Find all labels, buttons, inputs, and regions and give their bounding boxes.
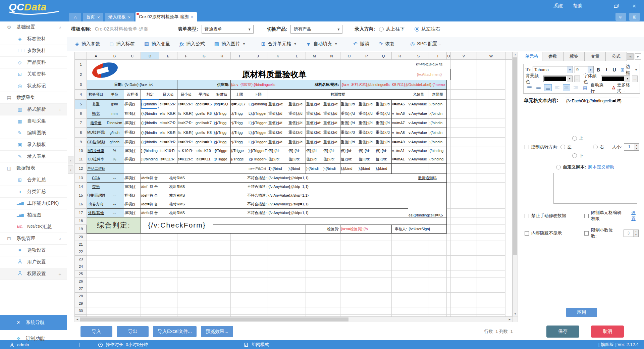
row-header-25[interactable]: 25: [75, 270, 87, 278]
grid-cell[interactable]: [159, 233, 177, 241]
grid-cell[interactable]: 平均值: [195, 89, 213, 99]
grid-cell[interactable]: --: [105, 182, 124, 191]
grid-cell[interactable]: [231, 292, 248, 300]
row-header-21[interactable]: 21: [75, 241, 87, 248]
grid-cell[interactable]: ;{/bindin: [429, 109, 447, 118]
horizontal-scroll-thumb[interactable]: [80, 317, 348, 321]
grid-cell[interactable]: [447, 285, 451, 292]
grid-cell[interactable]: [306, 263, 323, 270]
grid-cell[interactable]: 值};{/d:: [306, 147, 323, 155]
grid-cell[interactable]: [451, 233, 477, 241]
grid-cell[interactable]: 不符合描述:: [195, 173, 268, 182]
border-button[interactable]: ⊞ 边框 ▼: [621, 64, 638, 76]
grid-cell[interactable]: 择项};{: [124, 155, 141, 163]
toolbar-button-redo[interactable]: ↷恢复: [379, 41, 395, 47]
sidebar-item-entry-template[interactable]: ▣录入模板: [0, 139, 67, 151]
grid-cell[interactable]: ells=K5:R: [159, 99, 177, 109]
grid-cell[interactable]: [323, 270, 340, 278]
grid-cell[interactable]: [323, 233, 340, 241]
grid-cell[interactable]: [105, 248, 124, 255]
font-color-select[interactable]: ▼: [601, 76, 630, 82]
grid-cell[interactable]: [408, 285, 429, 292]
grid-cell[interactable]: 重值};{/d: [340, 128, 358, 137]
grid-cell[interactable]: [477, 80, 505, 89]
limit-edit-settings-link[interactable]: 设置: [631, 210, 639, 222]
grid-cell[interactable]: [505, 263, 512, 270]
column-header-A[interactable]: A: [87, 52, 105, 60]
grid-cell[interactable]: [87, 255, 105, 263]
font-size-select[interactable]: 9 ▼: [575, 66, 594, 73]
grid-cell[interactable]: 择项};{: [124, 99, 141, 109]
grid-cell[interactable]: 不符合描述:: [195, 208, 268, 217]
column-header-P[interactable]: P: [358, 52, 375, 60]
grid-cell[interactable]: [447, 217, 451, 225]
grid-cell[interactable]: [288, 285, 306, 292]
column-header-M[interactable]: M: [306, 52, 323, 60]
grid-cell[interactable]: [213, 241, 231, 248]
sidebar-item-tag[interactable]: ◈标签资料: [0, 33, 67, 45]
grid-cell[interactable]: 重值};{/d: [288, 137, 306, 147]
plus-icon[interactable]: +: [58, 271, 61, 277]
grid-cell[interactable]: [505, 147, 512, 155]
grid-cell[interactable]: [124, 241, 141, 248]
grid-cell[interactable]: [447, 292, 451, 300]
tab-list-button[interactable]: ⊞: [629, 13, 640, 21]
column-header-E[interactable]: E: [159, 52, 177, 60]
grid-cell[interactable]: [340, 233, 358, 241]
grid-cell[interactable]: gcells=K9: [195, 137, 213, 147]
grid-cell[interactable]: v=/mA6: [392, 109, 408, 118]
toolbar-button-spc-config[interactable]: ◎SPC 配置...: [410, 41, 441, 47]
grid-cell[interactable]: [447, 263, 451, 270]
grid-cell[interactable]: 值};{/d:: [323, 147, 340, 155]
company-logo-cell[interactable]: [87, 60, 141, 80]
column-header-L[interactable]: L: [288, 52, 306, 60]
row-header-7[interactable]: 7: [75, 118, 87, 128]
row-header-19[interactable]: 19: [75, 225, 87, 233]
sidebar-item-auto-collect[interactable]: ▦自动采集: [0, 115, 67, 127]
grid-cell[interactable]: [477, 307, 505, 314]
grid-cell[interactable]: {/Trigge: [231, 155, 248, 163]
grid-cell[interactable]: {/v:AnyValue};{/skip=1,1}: [268, 208, 408, 217]
grid-cell[interactable]: 择项};{: [124, 182, 141, 191]
toolbar-button-insert-formula[interactable]: fx插入公式: [179, 41, 205, 47]
grid-cell[interactable]: [477, 137, 505, 147]
grid-cell[interactable]: [87, 300, 105, 307]
grid-cell[interactable]: [159, 241, 177, 248]
grid-cell[interactable]: :ells=K10: [195, 147, 213, 155]
row-header-9[interactable]: 9: [75, 137, 87, 147]
grid-cell[interactable]: [340, 278, 358, 285]
row-header-17[interactable]: 17: [75, 208, 87, 217]
grid-cell[interactable]: [159, 263, 177, 270]
grid-cell[interactable]: [159, 307, 177, 314]
row-header-16[interactable]: 16: [75, 200, 87, 208]
wrap-icon-button[interactable]: ▤: [581, 84, 589, 91]
grid-cell[interactable]: [375, 314, 392, 317]
grid-cell[interactable]: 重值};{/d: [375, 118, 392, 128]
grid-cell[interactable]: [447, 137, 451, 147]
minimize-icon[interactable]: —: [592, 3, 601, 9]
grid-cell[interactable]: [477, 208, 505, 217]
grid-cell[interactable]: 择项};{: [124, 208, 141, 217]
grid-cell[interactable]: :{/Trigg: [231, 128, 248, 137]
grid-cell[interactable]: [392, 241, 408, 248]
grid-cell[interactable]: [408, 241, 429, 248]
grid-cell[interactable]: [429, 163, 447, 173]
grid-cell[interactable]: [477, 109, 505, 118]
sidebar-item-cpk[interactable]: ▂▅▇工序能力(CPK): [0, 198, 67, 209]
grid-cell[interactable]: v:AnyValue: [408, 155, 429, 163]
grid-cell[interactable]: [141, 307, 159, 314]
grid-cell[interactable]: [213, 285, 231, 292]
grid-cell[interactable]: 审核人:: [392, 225, 408, 233]
grid-cell[interactable]: [451, 118, 477, 128]
grid-cell[interactable]: [195, 285, 213, 292]
restore-icon[interactable]: [611, 3, 620, 9]
row-header-29[interactable]: 29: [75, 300, 87, 307]
grid-cell[interactable]: [195, 263, 213, 270]
grid-cell[interactable]: {/a:v=供应商};{/bindingcells=: [231, 80, 288, 89]
grid-cell[interactable]: 电晕值: [87, 118, 105, 128]
grid-cell[interactable]: v=/mA1: [392, 155, 408, 163]
grid-cell[interactable]: [477, 233, 505, 241]
grid-cell[interactable]: [477, 191, 505, 200]
grid-cell[interactable]: [447, 225, 451, 233]
grid-cell[interactable]: [375, 285, 392, 292]
